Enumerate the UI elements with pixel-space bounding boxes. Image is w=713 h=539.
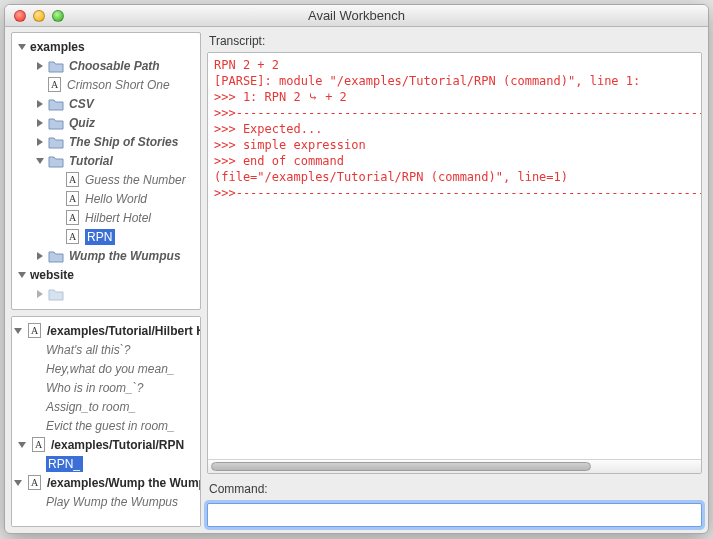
entry-item-rpn[interactable]: RPN_ bbox=[12, 454, 200, 473]
chevron-down-icon[interactable] bbox=[16, 269, 28, 281]
tree-item[interactable]: Wump the Wumpus bbox=[12, 246, 200, 265]
tree-item[interactable]: A Hello World bbox=[12, 189, 200, 208]
command-label: Command: bbox=[207, 480, 702, 500]
tree-item[interactable]: A Guess the Number bbox=[12, 170, 200, 189]
entry-item[interactable]: What's all this`? bbox=[12, 340, 200, 359]
tree-item[interactable]: A Hilbert Hotel bbox=[12, 208, 200, 227]
entry-item[interactable]: Hey,what do you mean_ bbox=[12, 359, 200, 378]
transcript-line: >>> simple expression bbox=[214, 137, 695, 153]
close-icon[interactable] bbox=[14, 10, 26, 22]
entry-points-pane[interactable]: A /examples/Tutorial/Hilbert Hotel What'… bbox=[11, 316, 201, 527]
svg-text:A: A bbox=[68, 193, 76, 204]
transcript-line: >>>-------------------------------------… bbox=[214, 185, 695, 201]
svg-text:A: A bbox=[68, 231, 76, 242]
window-title: Avail Workbench bbox=[5, 8, 708, 23]
entry-points-list: A /examples/Tutorial/Hilbert Hotel What'… bbox=[12, 317, 200, 515]
folder-icon bbox=[48, 248, 64, 264]
entry-item[interactable]: Play Wump the Wumpus bbox=[12, 492, 200, 511]
tree-item[interactable]: Quiz bbox=[12, 113, 200, 132]
chevron-right-icon[interactable] bbox=[34, 98, 46, 110]
titlebar: Avail Workbench bbox=[5, 5, 708, 27]
svg-marker-25 bbox=[14, 480, 22, 486]
tree-root-website[interactable]: website bbox=[12, 265, 200, 284]
a-file-icon: A bbox=[30, 437, 46, 453]
horizontal-scrollbar[interactable] bbox=[208, 459, 701, 473]
scrollbar-thumb[interactable] bbox=[211, 462, 591, 471]
transcript-body: RPN 2 + 2 [PARSE]: module "/examples/Tut… bbox=[208, 53, 701, 474]
chevron-right-icon[interactable] bbox=[34, 250, 46, 262]
transcript-line: >>>-------------------------------------… bbox=[214, 105, 695, 121]
a-file-icon: A bbox=[26, 323, 42, 339]
app-window: Avail Workbench examples bbox=[4, 4, 709, 534]
svg-text:A: A bbox=[68, 174, 76, 185]
a-file-icon: A bbox=[64, 229, 80, 245]
transcript-line: >>> 1: RPN 2 ⤷ + 2 bbox=[214, 89, 695, 105]
folder-icon bbox=[48, 115, 64, 131]
folder-icon bbox=[48, 286, 64, 302]
transcript-line: >>> end of command bbox=[214, 153, 695, 169]
a-file-icon: A bbox=[64, 172, 80, 188]
module-tree-pane[interactable]: examples Choosable Path A Crimson Short … bbox=[11, 32, 201, 310]
tree-item-tutorial[interactable]: Tutorial bbox=[12, 151, 200, 170]
chevron-down-icon[interactable] bbox=[34, 155, 46, 167]
transcript-line: >>> Expected... bbox=[214, 121, 695, 137]
chevron-right-icon[interactable] bbox=[34, 117, 46, 129]
tree-root-examples[interactable]: examples bbox=[12, 37, 200, 56]
tree-item[interactable]: A Crimson Short One bbox=[12, 75, 200, 94]
left-column: examples Choosable Path A Crimson Short … bbox=[11, 32, 201, 527]
traffic-lights bbox=[5, 10, 64, 22]
svg-marker-16 bbox=[37, 252, 43, 260]
a-file-icon: A bbox=[64, 191, 80, 207]
tree-item[interactable]: CSV bbox=[12, 94, 200, 113]
chevron-right-icon[interactable] bbox=[34, 136, 46, 148]
tree-item[interactable] bbox=[12, 284, 200, 303]
a-file-icon: A bbox=[46, 77, 62, 93]
entry-header[interactable]: A /examples/Tutorial/RPN bbox=[12, 435, 200, 454]
a-file-icon: A bbox=[64, 210, 80, 226]
svg-marker-7 bbox=[36, 158, 44, 164]
entry-header[interactable]: A /examples/Tutorial/Hilbert Hotel bbox=[12, 321, 200, 340]
minimize-icon[interactable] bbox=[33, 10, 45, 22]
transcript-label: Transcript: bbox=[207, 32, 702, 52]
svg-text:A: A bbox=[30, 325, 38, 336]
chevron-down-icon[interactable] bbox=[16, 41, 28, 53]
entry-item[interactable]: Who is in room_`? bbox=[12, 378, 200, 397]
chevron-right-icon[interactable] bbox=[34, 288, 46, 300]
svg-marker-4 bbox=[37, 100, 43, 108]
entry-header[interactable]: A /examples/Wump the Wumpus bbox=[12, 473, 200, 492]
folder-icon bbox=[48, 153, 64, 169]
entry-item[interactable]: Assign_to room_ bbox=[12, 397, 200, 416]
svg-marker-18 bbox=[37, 290, 43, 298]
tree-item-rpn[interactable]: A RPN bbox=[12, 227, 200, 246]
svg-text:A: A bbox=[50, 79, 58, 90]
svg-marker-6 bbox=[37, 138, 43, 146]
right-column: Transcript: RPN 2 + 2 [PARSE]: module "/… bbox=[207, 32, 702, 527]
a-file-icon: A bbox=[26, 475, 42, 491]
zoom-icon[interactable] bbox=[52, 10, 64, 22]
folder-icon bbox=[48, 134, 64, 150]
svg-marker-1 bbox=[37, 62, 43, 70]
svg-marker-0 bbox=[18, 44, 26, 50]
svg-text:A: A bbox=[68, 212, 76, 223]
svg-marker-19 bbox=[14, 328, 22, 334]
transcript-line: (file="/examples/Tutorial/RPN (command)"… bbox=[214, 169, 695, 185]
folder-icon bbox=[48, 96, 64, 112]
tree-item[interactable]: Choosable Path bbox=[12, 56, 200, 75]
module-tree: examples Choosable Path A Crimson Short … bbox=[12, 33, 200, 307]
content-area: examples Choosable Path A Crimson Short … bbox=[5, 27, 708, 533]
svg-marker-22 bbox=[18, 442, 26, 448]
entry-item[interactable]: Evict the guest in room_ bbox=[12, 416, 200, 435]
tree-item[interactable]: The Ship of Stories bbox=[12, 132, 200, 151]
folder-icon bbox=[48, 58, 64, 74]
command-input[interactable] bbox=[207, 503, 702, 527]
chevron-down-icon[interactable] bbox=[16, 439, 28, 451]
chevron-down-icon[interactable] bbox=[12, 477, 24, 489]
svg-text:A: A bbox=[34, 439, 42, 450]
chevron-down-icon[interactable] bbox=[12, 325, 24, 337]
chevron-right-icon[interactable] bbox=[34, 60, 46, 72]
transcript-line: [PARSE]: module "/examples/Tutorial/RPN … bbox=[214, 73, 695, 89]
svg-marker-17 bbox=[18, 272, 26, 278]
transcript-pane[interactable]: RPN 2 + 2 [PARSE]: module "/examples/Tut… bbox=[207, 52, 702, 474]
svg-text:A: A bbox=[30, 477, 38, 488]
svg-marker-5 bbox=[37, 119, 43, 127]
